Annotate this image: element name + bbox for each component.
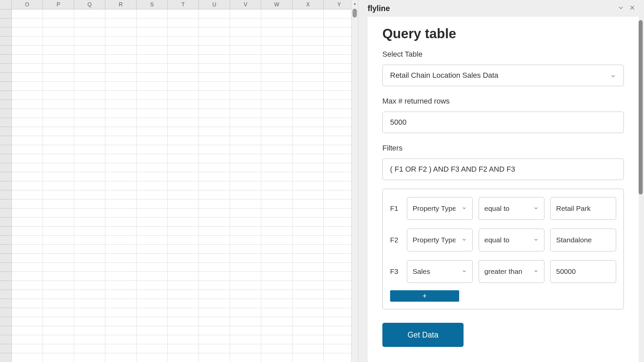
row-number[interactable] — [0, 127, 12, 136]
cell[interactable] — [230, 82, 261, 91]
cell[interactable] — [12, 91, 43, 100]
cell[interactable] — [105, 263, 137, 272]
cell[interactable] — [261, 299, 292, 308]
cell[interactable] — [74, 73, 105, 82]
cell[interactable] — [12, 73, 43, 82]
cell[interactable] — [199, 326, 230, 335]
column-header[interactable]: Q — [74, 0, 105, 9]
cell[interactable] — [199, 245, 230, 254]
cell[interactable] — [43, 37, 74, 46]
row-number[interactable] — [0, 199, 12, 208]
cell[interactable] — [292, 272, 324, 281]
cell[interactable] — [199, 344, 230, 353]
column-header[interactable]: Y — [324, 0, 355, 9]
cell[interactable] — [168, 91, 199, 100]
filter-op-dropdown[interactable]: equal to — [479, 229, 544, 251]
row-number[interactable] — [0, 335, 12, 344]
cell[interactable] — [230, 163, 261, 172]
cell[interactable] — [137, 9, 168, 18]
cell[interactable] — [324, 18, 355, 27]
cell[interactable] — [292, 46, 324, 55]
cell[interactable] — [199, 73, 230, 82]
cell[interactable] — [199, 55, 230, 64]
cell[interactable] — [43, 181, 74, 190]
cell[interactable] — [230, 27, 261, 37]
cell[interactable] — [168, 227, 199, 236]
cell[interactable] — [230, 317, 261, 326]
spreadsheet-scrollbar[interactable]: ▲ — [351, 0, 358, 362]
cell[interactable] — [137, 172, 168, 181]
cell[interactable] — [43, 227, 74, 236]
cell[interactable] — [324, 100, 355, 109]
row-number[interactable] — [0, 263, 12, 272]
cell[interactable] — [199, 335, 230, 344]
cell[interactable] — [137, 281, 168, 290]
cell[interactable] — [230, 172, 261, 181]
cell[interactable] — [292, 55, 324, 64]
cell[interactable] — [43, 82, 74, 91]
cell[interactable] — [168, 308, 199, 317]
cell[interactable] — [43, 290, 74, 299]
cell[interactable] — [137, 91, 168, 100]
cell[interactable] — [105, 154, 137, 163]
cell[interactable] — [168, 272, 199, 281]
cell[interactable] — [43, 27, 74, 37]
cell[interactable] — [261, 82, 292, 91]
cell[interactable] — [261, 127, 292, 136]
cell[interactable] — [168, 190, 199, 199]
cell[interactable] — [261, 263, 292, 272]
cell[interactable] — [230, 91, 261, 100]
cell[interactable] — [137, 326, 168, 335]
cell[interactable] — [74, 236, 105, 245]
cell[interactable] — [292, 100, 324, 109]
cell[interactable] — [199, 172, 230, 181]
cell[interactable] — [74, 199, 105, 208]
cell[interactable] — [292, 326, 324, 335]
collapse-button[interactable] — [615, 3, 627, 14]
cell[interactable] — [168, 136, 199, 145]
spreadsheet[interactable]: OPQRSTUVWXY ▲ — [0, 0, 358, 362]
filter-field-dropdown[interactable]: Property Type — [407, 197, 473, 220]
cell[interactable] — [43, 127, 74, 136]
cell[interactable] — [137, 208, 168, 218]
filter-field-dropdown[interactable]: Property Type — [407, 229, 473, 251]
cell[interactable] — [137, 18, 168, 27]
cell[interactable] — [261, 190, 292, 199]
cell[interactable] — [261, 308, 292, 317]
cell[interactable] — [12, 64, 43, 73]
cell[interactable] — [292, 281, 324, 290]
cell[interactable] — [74, 100, 105, 109]
cell[interactable] — [43, 154, 74, 163]
cell[interactable] — [199, 290, 230, 299]
cell[interactable] — [324, 172, 355, 181]
cell[interactable] — [105, 326, 137, 335]
cell[interactable] — [292, 344, 324, 353]
cell[interactable] — [324, 82, 355, 91]
cell[interactable] — [292, 27, 324, 37]
cell[interactable] — [324, 344, 355, 353]
row-number[interactable] — [0, 218, 12, 227]
cell[interactable] — [199, 281, 230, 290]
cell[interactable] — [105, 172, 137, 181]
cell[interactable] — [43, 272, 74, 281]
cell[interactable] — [105, 208, 137, 218]
cell[interactable] — [105, 73, 137, 82]
cell[interactable] — [230, 199, 261, 208]
cell[interactable] — [12, 317, 43, 326]
cell[interactable] — [292, 208, 324, 218]
grid-cells[interactable] — [0, 9, 358, 362]
filter-op-dropdown[interactable]: greater than — [479, 260, 544, 283]
cell[interactable] — [292, 218, 324, 227]
cell[interactable] — [324, 263, 355, 272]
cell[interactable] — [105, 100, 137, 109]
cell[interactable] — [12, 27, 43, 37]
cell[interactable] — [230, 190, 261, 199]
cell[interactable] — [74, 18, 105, 27]
column-header[interactable]: W — [261, 0, 292, 9]
cell[interactable] — [292, 335, 324, 344]
cell[interactable] — [292, 199, 324, 208]
cell[interactable] — [230, 64, 261, 73]
cell[interactable] — [199, 82, 230, 91]
cell[interactable] — [230, 181, 261, 190]
cell[interactable] — [43, 118, 74, 127]
